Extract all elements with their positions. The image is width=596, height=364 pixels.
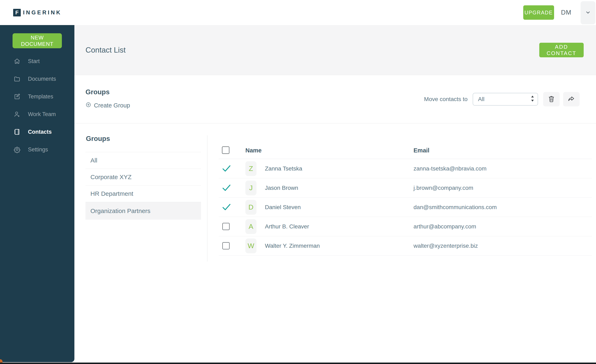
groups-title: Groups: [85, 88, 130, 96]
page-header-band: Contact List ADD CONTACT: [74, 25, 596, 75]
row-checkbox[interactable]: [222, 223, 230, 230]
sidebar-item-documents[interactable]: Documents: [0, 70, 74, 88]
group-item-hr-department[interactable]: HR Department: [85, 185, 201, 202]
groups-panel: Groups All Corporate XYZ HR Department O…: [85, 135, 201, 220]
avatar: D: [245, 200, 256, 215]
contact-email: zanna-tsetska@nbravia.com: [414, 165, 592, 172]
table-row: A Arthur B. Cleaver arthur@abcompany.com: [219, 217, 592, 236]
fingerink-logo[interactable]: F INGERINK: [13, 9, 62, 16]
sidebar-item-label: Contacts: [28, 129, 52, 135]
header-check-cell: [222, 146, 245, 154]
create-group-label: Create Group: [94, 102, 130, 109]
groups-panel-title: Groups: [86, 135, 201, 142]
main-content: Contact List ADD CONTACT Groups Create G…: [74, 25, 596, 363]
groups-toolbar-right: Move contacts to All: [424, 92, 580, 106]
row-check-cell: [222, 203, 245, 211]
sidebar-item-label: Start: [28, 58, 40, 65]
user-plus-icon: [14, 111, 21, 118]
page-title: Contact List: [85, 46, 126, 54]
topbar-right: UPGRADE DM: [523, 5, 571, 20]
window-bottom-edge: [0, 363, 596, 364]
table-row: Z Zanna Tsetska zanna-tsetska@nbravia.co…: [219, 159, 592, 178]
avatar-cell: J: [245, 181, 265, 195]
logo-text: INGERINK: [23, 9, 62, 16]
move-contacts-label: Move contacts to: [424, 96, 468, 102]
select-spinner-icon: [530, 95, 535, 104]
trash-icon: [548, 95, 555, 103]
avatar-cell: Z: [245, 161, 265, 176]
row-checkbox[interactable]: [222, 242, 230, 249]
contacts-table: Name Email Z Zanna Tsetska zanna-tsetska…: [207, 124, 596, 362]
table-row: J Jason Brown j.brown@company.com: [219, 178, 592, 198]
avatar-cell: W: [245, 239, 265, 253]
move-target-value: All: [478, 96, 484, 102]
sidebar: NEW DOCUMENT Start Documents Templates: [0, 25, 74, 362]
chevron-down-icon: [585, 9, 591, 16]
contact-name: Walter Y. Zimmerman: [265, 243, 414, 249]
table-header: Name Email: [219, 124, 592, 159]
avatar: A: [245, 219, 256, 234]
delete-contacts-button[interactable]: [543, 92, 560, 106]
table-row: D Daniel Steven dan@smithcommunications.…: [219, 198, 592, 217]
sidebar-item-templates[interactable]: Templates: [0, 88, 74, 105]
select-all-checkbox[interactable]: [222, 146, 229, 154]
add-contact-button[interactable]: ADD CONTACT: [539, 43, 584, 57]
contacts-section: Groups All Corporate XYZ HR Department O…: [74, 124, 596, 362]
avatar-cell: D: [245, 200, 265, 215]
contact-email: dan@smithcommunications.com: [414, 204, 592, 211]
sidebar-nav: Start Documents Templates Work Team: [0, 52, 74, 158]
contact-email: j.brown@company.com: [414, 185, 592, 191]
gear-icon: [14, 146, 21, 153]
logo-letter-icon: F: [13, 9, 21, 16]
table-row: W Walter Y. Zimmerman walter@xyzenterpri…: [219, 236, 592, 255]
share-contacts-button[interactable]: [563, 92, 580, 106]
group-list: All Corporate XYZ HR Department Organiza…: [85, 152, 201, 220]
new-document-button[interactable]: NEW DOCUMENT: [13, 33, 62, 48]
sidebar-item-settings[interactable]: Settings: [0, 141, 74, 158]
row-check-cell: [222, 223, 245, 230]
contact-email: walter@xyzenterprise.biz: [414, 243, 592, 249]
groups-toolbar: Groups Create Group Move contacts to All: [74, 75, 596, 124]
row-check-cell: [222, 165, 245, 173]
group-item-corporate-xyz[interactable]: Corporate XYZ: [85, 169, 201, 185]
sidebar-item-label: Documents: [28, 76, 56, 82]
group-item-all[interactable]: All: [85, 152, 201, 169]
upgrade-button[interactable]: UPGRADE: [523, 5, 554, 20]
avatar-cell: A: [245, 219, 265, 234]
edit-icon: [14, 93, 21, 100]
sidebar-item-label: Templates: [28, 94, 53, 100]
bulk-action-buttons: [543, 92, 580, 106]
group-item-organization-partners[interactable]: Organization Partners: [85, 202, 201, 220]
user-initials[interactable]: DM: [561, 9, 571, 16]
contact-name: Jason Brown: [265, 185, 414, 191]
sidebar-item-contacts[interactable]: Contacts: [0, 123, 74, 141]
row-check-cell: [222, 242, 245, 249]
contact-name: Zanna Tsetska: [265, 165, 414, 172]
move-target-select[interactable]: All: [473, 93, 538, 106]
app-root: F INGERINK UPGRADE DM NEW DOCUMENT Start: [0, 0, 596, 364]
email-column-header: Email: [414, 147, 592, 154]
plus-circle-icon: [85, 102, 91, 109]
home-icon: [14, 58, 21, 65]
checkmark-icon[interactable]: [222, 203, 231, 211]
sidebar-item-label: Settings: [28, 146, 48, 153]
sidebar-item-start[interactable]: Start: [0, 52, 74, 70]
share-forward-icon: [568, 95, 575, 103]
sidebar-item-label: Work Team: [28, 111, 56, 117]
address-book-icon: [14, 128, 21, 135]
account-menu-button[interactable]: [581, 1, 595, 24]
folder-icon: [14, 75, 21, 82]
avatar: W: [245, 239, 256, 253]
checkmark-icon[interactable]: [222, 165, 231, 173]
topbar: F INGERINK UPGRADE DM: [0, 0, 596, 25]
checkmark-icon[interactable]: [222, 184, 231, 192]
name-column-header: Name: [245, 147, 414, 154]
row-check-cell: [222, 184, 245, 192]
contact-name: Daniel Steven: [265, 204, 414, 211]
avatar: Z: [245, 161, 256, 176]
contact-name: Arthur B. Cleaver: [265, 223, 414, 230]
contact-email: arthur@abcompany.com: [414, 223, 592, 230]
sidebar-item-work-team[interactable]: Work Team: [0, 105, 74, 123]
create-group-link[interactable]: Create Group: [85, 102, 130, 109]
avatar: J: [245, 181, 256, 195]
